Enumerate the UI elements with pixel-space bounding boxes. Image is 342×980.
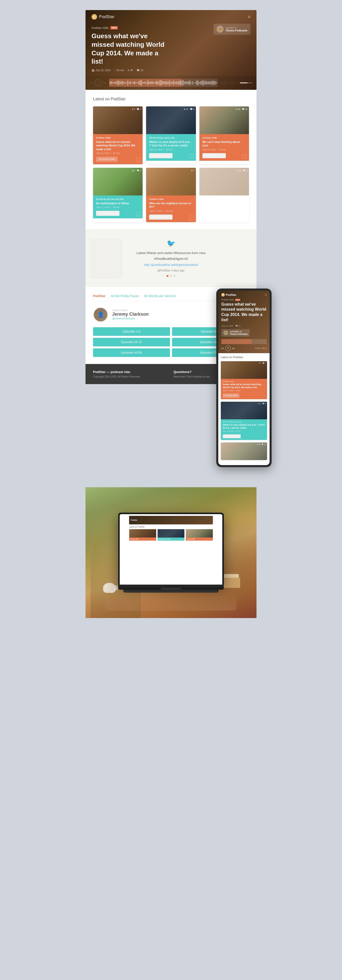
download-icon[interactable]: ↓ <box>136 212 141 216</box>
meta-comments: 💬 23 <box>137 69 143 72</box>
dot-1[interactable] <box>167 275 169 277</box>
clock-icon: ○ <box>114 69 116 72</box>
mobile-play-btn[interactable]: ⏸ <box>225 345 231 351</box>
hamburger-icon[interactable]: ≡ <box>248 14 250 20</box>
lc-card-2: All the Pretty Faces <box>157 529 185 541</box>
itunes-icon: 📻 <box>216 25 224 33</box>
meta-likes: ♥ 38 <box>128 69 133 72</box>
laptop-base <box>123 590 219 593</box>
card-1-stats: ♥ 2 💬 7 <box>132 108 141 110</box>
mobile-itunes-text: available on <box>230 330 248 333</box>
heart-icon: ♥ <box>128 69 129 72</box>
meta-duration: ○ 36 min <box>114 69 124 72</box>
mobile-device: 🎙 PodStar ≡ PodStar #286 new Guess what … <box>216 288 272 467</box>
card-6-stats: ♥ 12 💬 0 <box>237 169 247 172</box>
card-4-title: No mythologies to follow <box>96 202 140 205</box>
mobile-card-2-body: All the Pretty Faces #16 What's in your … <box>221 419 267 440</box>
download-icon[interactable]: ↓ <box>189 154 194 159</box>
calendar-icon: 📅 <box>92 69 95 72</box>
lc-cards: PodStar #286 All the Pretty Faces <box>129 529 213 541</box>
card-4-stats: ♥ 1 💬 7 <box>132 169 141 172</box>
card-2: ♥ 12 💬 0 All the Pretty Faces #16 What's… <box>146 107 196 164</box>
lc-section-title: Latest on PodStar: <box>129 526 213 528</box>
comments-stat: 💬 23 <box>242 108 247 110</box>
mobile-meta: July 23, 2014 💬 23 <box>221 325 267 327</box>
lc-card-2-title: All the Pretty Faces <box>158 539 183 540</box>
likes-stat: ♥ 7 <box>191 169 194 172</box>
twitter-section: 🐦 Latest #News and useful #Resources fro… <box>86 229 256 287</box>
mobile-card-1-title: Guess what we've missed watching World C… <box>223 383 265 389</box>
lc-hero: PodStar <box>129 515 213 524</box>
card-3-episode: PodStar #285 <box>202 137 246 139</box>
mobile-itunes-name: iTunes Podcasts <box>230 333 248 335</box>
logo: 🎙 PodStar <box>92 14 115 20</box>
card-1-btn[interactable]: PLAYING NOW <box>96 157 118 162</box>
mobile-card-2-btn[interactable]: LISTEN NOW → <box>223 434 241 438</box>
laptop-photo: PodStar Latest on PodStar: PodStar #286 <box>86 487 256 618</box>
lc-card-3: PodStar #285 <box>186 529 213 541</box>
itunes-badge[interactable]: 📻 available on iTunes Podcasts <box>213 24 250 35</box>
mobile-card-1-btn[interactable]: PLAYING NOW <box>223 394 239 398</box>
card-2-btn[interactable]: LISTEN NOW → <box>149 153 172 158</box>
laptop-keyboard <box>118 585 224 590</box>
hero-section: 🎙 PodStar ≡ PodStar #286 new Guess what … <box>86 10 256 90</box>
mobile-hero-title: Guess what we've missed watching World C… <box>221 302 267 323</box>
mobile-next-btn[interactable]: ⏭ <box>232 347 235 350</box>
mobile-episode-badge: PodStar #286 new <box>221 299 267 301</box>
lc-card-1-img <box>129 529 156 538</box>
card-3-date: July 23, 2014 ○ 44 min <box>202 148 246 151</box>
cake-body <box>223 578 240 588</box>
download-icon[interactable]: ↓ <box>189 216 194 220</box>
mobile-latest-title: Latest on PodStar: <box>221 356 267 359</box>
episode-label: PodStar #286 <box>92 26 108 29</box>
dot-3[interactable] <box>173 275 175 277</box>
likes-stat: ♥ 1 <box>132 169 135 172</box>
card-4-episode: 30 Words per Second #60 <box>96 198 140 200</box>
card-4-image: ♥ 1 💬 7 <box>93 168 143 196</box>
notebook-decoration <box>91 239 121 277</box>
mobile-prev-btn[interactable]: ⏮ <box>221 347 224 350</box>
card-4-btn[interactable]: LISTEN NOW → <box>96 211 119 216</box>
card-5-btn[interactable]: LISTEN NOW → <box>149 215 172 220</box>
mobile-waveform-fill <box>221 339 252 344</box>
card-1-date: July 23, 2014 ○ 36 min <box>96 152 140 154</box>
download-icon[interactable]: ↓ <box>242 154 247 159</box>
mobile-hero: 🎙 PodStar ≡ PodStar #286 new Guess what … <box>218 291 270 353</box>
mobile-card-2-stats: ♥ 12 💬 9 <box>258 403 266 405</box>
card-3-btn[interactable]: LISTEN NOW → <box>202 153 226 158</box>
laptop-section: PodStar Latest on PodStar: PodStar #286 <box>86 487 256 618</box>
meta-date: 📅 July 23, 2014 <box>92 69 111 72</box>
card-4-body: 30 Words per Second #60 No mythologies t… <box>93 196 143 218</box>
navbar: 🎙 PodStar ≡ <box>86 10 256 24</box>
comments-stat: 💬 7 <box>137 108 141 110</box>
mobile-itunes-badge[interactable]: 📻 available on iTunes Podcasts <box>221 329 250 337</box>
card-3-title: We can't stop thinking about you! <box>202 140 246 147</box>
mobile-player: ⏮ ⏸ ⏭ 24:45 | 36:12 <box>221 345 267 353</box>
volume-track <box>240 83 253 83</box>
mobile-hamburger[interactable]: ≡ <box>265 293 267 297</box>
logo-text: PodStar <box>99 14 115 19</box>
card-1-episode: PodStar #286 <box>96 137 140 139</box>
mobile-card-1-ep: PodStar #286 <box>223 380 265 382</box>
mobile-waveform[interactable] <box>221 339 267 344</box>
mobile-card-2-image: ♥ 12 💬 9 <box>221 402 267 419</box>
card-5-image: ♥ 7 <box>146 168 196 196</box>
card-5-stats: ♥ 7 <box>191 169 194 172</box>
download-icon[interactable]: ↓ <box>136 158 141 162</box>
mic-icon: 🎙 <box>92 14 97 20</box>
likes-stat: ♥ 2 <box>132 108 135 110</box>
mobile-card-2: ♥ 12 💬 9 All the Pretty Faces #16 What's… <box>221 402 267 440</box>
hero-title: Guess what we've missed watching World C… <box>92 32 167 66</box>
tweet-link[interactable]: http://pixelbuddha.net/digest/pixelbud <box>144 263 198 267</box>
dot-2[interactable] <box>170 275 172 277</box>
mobile-card-1-image: ♥ 2 💬 7 <box>221 361 267 379</box>
latest-section: Latest on PodStar: ♥ 2 💬 7 PodStar #286 … <box>86 90 256 229</box>
waveform[interactable] <box>109 79 218 87</box>
card-3-stats: ♥ 38 💬 23 <box>236 108 247 110</box>
mobile-card-2-date: July 19, 2014 ○ 24 min <box>223 430 265 432</box>
card-6-partial: ♥ 12 💬 0 <box>199 168 249 222</box>
card-5-body: PodStar #284 Who are the mightiest heroe… <box>146 196 196 222</box>
mobile-screen: 🎙 PodStar ≡ PodStar #286 new Guess what … <box>218 291 270 465</box>
laptop-device: PodStar Latest on PodStar: PodStar #286 <box>118 513 224 593</box>
card-6-image: ♥ 12 💬 0 <box>199 168 249 196</box>
